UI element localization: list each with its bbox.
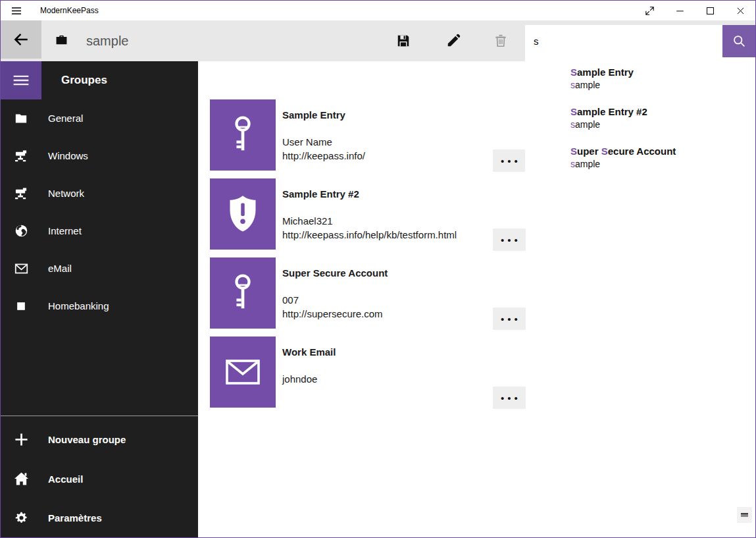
entry-detail-line: http://keepass.info/ — [282, 149, 365, 163]
entry-title: Sample Entry — [282, 109, 345, 121]
fullscreen-button[interactable] — [634, 1, 665, 20]
entry-list: Sample Entry User Namehttp://keepass.inf… — [210, 99, 526, 416]
entry-details: User Namehttp://keepass.info/ — [282, 135, 365, 163]
ellipsis-icon: ••• — [501, 235, 521, 245]
sidebar-heading: Groupes — [61, 61, 107, 99]
search-suggestion[interactable]: Sample Entry sample — [525, 63, 755, 102]
delete-button[interactable] — [485, 26, 517, 56]
suggestion-subtitle: sample — [570, 119, 755, 130]
shield-alert-icon — [210, 178, 276, 250]
sidebar: Groupes General Windows Network Internet — [1, 61, 198, 537]
entry-title: Work Email — [282, 346, 336, 358]
entry-detail-line: johndoe — [282, 372, 317, 386]
ellipsis-icon: ••• — [501, 314, 521, 324]
network-icon — [1, 149, 41, 163]
save-icon — [396, 34, 411, 48]
back-arrow-icon — [13, 31, 30, 48]
database-title: sample — [86, 34, 128, 49]
entry-detail-line: User Name — [282, 135, 365, 149]
save-button[interactable] — [388, 26, 419, 56]
sidebar-footer-item[interactable]: Paramètres — [1, 498, 198, 538]
entry-detail-line: http://supersecure.com — [282, 307, 383, 321]
sidebar-item-label: Internet — [48, 225, 82, 236]
entry-item[interactable]: Super Secure Account 007http://supersecu… — [210, 257, 526, 336]
plus-icon — [1, 432, 41, 447]
close-button[interactable] — [725, 1, 755, 20]
suggestion-title: Sample Entry — [570, 67, 755, 78]
suggestion-subtitle: sample — [570, 80, 755, 90]
globe-icon — [1, 224, 41, 238]
suggestion-title: Super Secure Account — [570, 146, 755, 157]
sidebar-footer-item[interactable]: Accueil — [1, 460, 198, 499]
sidebar-group-item[interactable]: Network — [1, 175, 198, 212]
search-box — [525, 25, 722, 57]
sidebar-divider — [1, 416, 198, 416]
sidebar-item-label: Windows — [48, 150, 88, 161]
square-icon — [1, 300, 41, 313]
entry-details: Michael321http://keepass.info/help/kb/te… — [282, 214, 457, 242]
entry-detail-line: 007 — [282, 293, 383, 307]
titlebar-menu-button[interactable] — [1, 1, 32, 20]
network-icon — [1, 187, 41, 200]
key-icon — [210, 99, 276, 171]
more-button[interactable]: ••• — [493, 149, 526, 172]
key-icon — [210, 257, 276, 329]
command-bar: sample — [1, 20, 755, 61]
folder-icon — [1, 113, 41, 124]
suggestion-subtitle: sample — [570, 159, 755, 169]
sidebar-item-label: eMail — [48, 263, 72, 274]
fullscreen-icon — [644, 5, 655, 16]
entry-item[interactable]: Work Email johndoe ••• — [210, 336, 526, 416]
magnifier-icon — [732, 34, 746, 48]
sidebar-item-label: Accueil — [48, 473, 83, 485]
entry-title: Sample Entry #2 — [282, 188, 359, 200]
sidebar-group-item[interactable]: eMail — [1, 250, 198, 287]
maximize-icon — [705, 5, 716, 16]
caption-buttons — [634, 1, 755, 20]
group-list: General Windows Network Internet eMail H… — [1, 99, 198, 325]
sidebar-group-item[interactable]: General — [1, 99, 198, 137]
ellipsis-icon: ••• — [501, 156, 521, 166]
sidebar-item-label: General — [48, 113, 83, 124]
gear-icon — [1, 511, 41, 525]
minimize-button[interactable] — [665, 1, 695, 20]
entry-details: 007http://supersecure.com — [282, 293, 383, 321]
sidebar-group-item[interactable]: Homebanking — [1, 287, 198, 325]
more-button[interactable]: ••• — [493, 229, 526, 251]
sidebar-item-label: Paramètres — [48, 512, 102, 524]
search-suggestions-flyout: Sample Entry sample Sample Entry #2 samp… — [525, 57, 755, 189]
more-button[interactable]: ••• — [493, 308, 526, 330]
sidebar-item-label: Network — [48, 188, 84, 199]
minus-icon — [741, 513, 748, 517]
hamburger-icon — [12, 73, 30, 88]
sidebar-group-item[interactable]: Internet — [1, 212, 198, 250]
entry-details: johndoe — [282, 372, 317, 386]
close-icon — [735, 5, 746, 16]
hamburger-icon — [11, 6, 22, 16]
search-input[interactable] — [525, 25, 722, 57]
back-button[interactable] — [1, 20, 41, 59]
suggestion-title: Sample Entry #2 — [570, 106, 755, 117]
home-icon — [1, 471, 41, 486]
entry-title: Super Secure Account — [282, 267, 388, 279]
trash-icon — [493, 34, 508, 48]
ellipsis-icon: ••• — [501, 393, 521, 403]
search-button[interactable] — [722, 25, 755, 57]
sidebar-group-item[interactable]: Windows — [1, 137, 198, 175]
entry-item[interactable]: Sample Entry #2 Michael321http://keepass… — [210, 178, 526, 257]
entry-item[interactable]: Sample Entry User Namehttp://keepass.inf… — [210, 99, 526, 178]
nav-hamburger-button[interactable] — [1, 61, 41, 99]
maximize-button[interactable] — [695, 1, 725, 20]
app-window: ModernKeePass — [0, 0, 756, 538]
sidebar-footer-item[interactable]: Nouveau groupe — [1, 420, 198, 460]
entry-detail-line: http://keepass.info/help/kb/testform.htm… — [282, 228, 457, 242]
zoom-out-button[interactable] — [737, 507, 752, 523]
search-suggestion[interactable]: Super Secure Account sample — [525, 142, 755, 181]
more-button[interactable]: ••• — [493, 387, 526, 409]
edit-button[interactable] — [438, 26, 469, 56]
app-title: ModernKeePass — [40, 6, 99, 15]
pencil-icon — [446, 34, 461, 48]
sidebar-item-label: Homebanking — [48, 300, 109, 311]
envelope-icon — [1, 263, 41, 275]
search-suggestion[interactable]: Sample Entry #2 sample — [525, 102, 755, 142]
